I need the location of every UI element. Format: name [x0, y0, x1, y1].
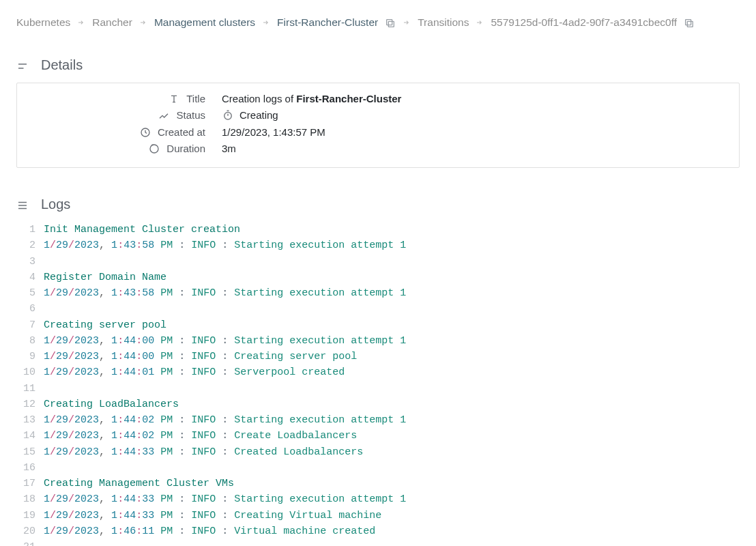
log-line-content: 1/29/2023, 1:44:02 PM : INFO : Create Lo… — [44, 428, 740, 444]
svg-rect-2 — [687, 21, 693, 27]
logs-panel[interactable]: 1Init Management Cluster creation21/29/2… — [16, 222, 740, 546]
log-line-content: Creating server pool — [44, 317, 740, 333]
breadcrumb-separator — [262, 18, 270, 27]
breadcrumb: KubernetesRancherManagement clustersFirs… — [16, 16, 740, 29]
svg-point-8 — [150, 145, 158, 153]
logs-section-title: Logs — [41, 197, 70, 212]
log-line: 11 — [16, 381, 740, 397]
log-line: 131/29/2023, 1:44:02 PM : INFO : Startin… — [16, 412, 740, 428]
log-line: 16 — [16, 460, 740, 476]
log-line-number: 5 — [16, 285, 44, 301]
log-line: 101/29/2023, 1:44:01 PM : INFO : Serverp… — [16, 364, 740, 380]
log-line: 191/29/2023, 1:44:33 PM : INFO : Creatin… — [16, 508, 740, 523]
title-label: Title — [186, 93, 205, 104]
details-row-created: Created at 1/29/2023, 1:43:57 PM — [17, 124, 739, 140]
details-card: Title Creation logs of First-Rancher-Clu… — [16, 83, 740, 168]
duration-icon — [149, 142, 160, 154]
details-row-title: Title Creation logs of First-Rancher-Clu… — [17, 90, 739, 106]
log-line-number: 18 — [16, 491, 44, 507]
details-row-status: Status Creating — [17, 106, 739, 124]
log-line-content: 1/29/2023, 1:44:33 PM : INFO : Starting … — [44, 491, 740, 507]
log-line-number: 12 — [16, 397, 44, 412]
log-line-content — [44, 254, 740, 270]
log-line: 91/29/2023, 1:44:00 PM : INFO : Creating… — [16, 349, 740, 364]
log-line-number: 19 — [16, 508, 44, 523]
log-line-content: 1/29/2023, 1:44:33 PM : INFO : Creating … — [44, 508, 740, 523]
breadcrumb-item: 5579125d-0ff1-4ad2-90f7-a3491cbec0ff — [491, 16, 677, 29]
log-line-content: 1/29/2023, 1:44:33 PM : INFO : Created L… — [44, 444, 740, 460]
breadcrumb-item: Kubernetes — [16, 16, 70, 29]
log-line: 17Creating Management Cluster VMs — [16, 476, 740, 491]
log-line-content: 1/29/2023, 1:46:11 PM : INFO : Virtual m… — [44, 523, 740, 539]
log-line-number: 21 — [16, 539, 44, 546]
details-row-duration: Duration 3m — [17, 140, 739, 156]
copy-icon[interactable] — [684, 16, 695, 29]
log-line: 7Creating server pool — [16, 317, 740, 333]
log-line: 6 — [16, 301, 740, 317]
log-line-content: Register Domain Name — [44, 270, 740, 285]
created-value: 1/29/2023, 1:43:57 PM — [222, 126, 325, 138]
breadcrumb-item: Rancher — [92, 16, 132, 29]
title-icon — [169, 92, 179, 104]
breadcrumb-separator — [139, 18, 147, 27]
log-line: 21 — [16, 539, 740, 546]
log-line-content: 1/29/2023, 1:43:58 PM : INFO : Starting … — [44, 285, 740, 301]
log-line-content: 1/29/2023, 1:43:58 PM : INFO : Starting … — [44, 238, 740, 253]
log-line: 1Init Management Cluster creation — [16, 222, 740, 238]
log-line-number: 1 — [16, 222, 44, 238]
log-line: 151/29/2023, 1:44:33 PM : INFO : Created… — [16, 444, 740, 460]
log-line: 181/29/2023, 1:44:33 PM : INFO : Startin… — [16, 491, 740, 507]
log-line: 81/29/2023, 1:44:00 PM : INFO : Starting… — [16, 333, 740, 349]
log-line-number: 11 — [16, 381, 44, 397]
breadcrumb-separator — [476, 18, 484, 27]
created-icon — [140, 126, 151, 138]
status-icon — [158, 109, 169, 121]
log-line-content — [44, 301, 740, 317]
log-line-content — [44, 381, 740, 397]
log-line-content: 1/29/2023, 1:44:02 PM : INFO : Starting … — [44, 412, 740, 428]
details-icon — [16, 57, 29, 73]
log-line-number: 15 — [16, 444, 44, 460]
breadcrumb-item: Transitions — [418, 16, 469, 29]
log-line-content: 1/29/2023, 1:44:01 PM : INFO : Serverpoo… — [44, 364, 740, 380]
svg-rect-0 — [389, 21, 394, 27]
log-line-number: 3 — [16, 254, 44, 270]
created-label: Created at — [158, 126, 205, 138]
log-line-content — [44, 460, 740, 476]
log-line: 3 — [16, 254, 740, 270]
breadcrumb-item[interactable]: Management clusters — [154, 16, 255, 29]
title-value: Creation logs of First-Rancher-Cluster — [222, 93, 401, 104]
log-line-content: Init Management Cluster creation — [44, 222, 740, 238]
logs-icon — [16, 197, 29, 212]
log-line-number: 6 — [16, 301, 44, 317]
log-line-content: 1/29/2023, 1:44:00 PM : INFO : Starting … — [44, 333, 740, 349]
log-line: 4Register Domain Name — [16, 270, 740, 285]
details-section-header: Details — [16, 57, 740, 73]
status-value: Creating — [222, 109, 278, 121]
logs-section-header: Logs — [16, 197, 740, 212]
log-line-content — [44, 539, 740, 546]
breadcrumb-separator — [403, 18, 411, 27]
log-line-number: 16 — [16, 460, 44, 476]
svg-rect-3 — [686, 20, 691, 25]
breadcrumb-item[interactable]: First-Rancher-Cluster — [277, 16, 378, 29]
log-line-number: 8 — [16, 333, 44, 349]
log-line-number: 9 — [16, 349, 44, 364]
clock-icon — [222, 109, 234, 121]
log-line: 51/29/2023, 1:43:58 PM : INFO : Starting… — [16, 285, 740, 301]
log-line-number: 13 — [16, 412, 44, 428]
copy-icon[interactable] — [385, 16, 396, 29]
log-line: 21/29/2023, 1:43:58 PM : INFO : Starting… — [16, 238, 740, 253]
log-line-content: Creating LoadBalancers — [44, 397, 740, 412]
log-line-number: 7 — [16, 317, 44, 333]
duration-value: 3m — [222, 143, 236, 154]
log-line-number: 17 — [16, 476, 44, 491]
log-line-number: 20 — [16, 523, 44, 539]
log-line: 12Creating LoadBalancers — [16, 397, 740, 412]
svg-rect-1 — [387, 20, 392, 25]
log-line-content: 1/29/2023, 1:44:00 PM : INFO : Creating … — [44, 349, 740, 364]
breadcrumb-separator — [77, 18, 85, 27]
log-line: 201/29/2023, 1:46:11 PM : INFO : Virtual… — [16, 523, 740, 539]
details-section-title: Details — [41, 57, 83, 73]
status-label: Status — [176, 109, 205, 121]
